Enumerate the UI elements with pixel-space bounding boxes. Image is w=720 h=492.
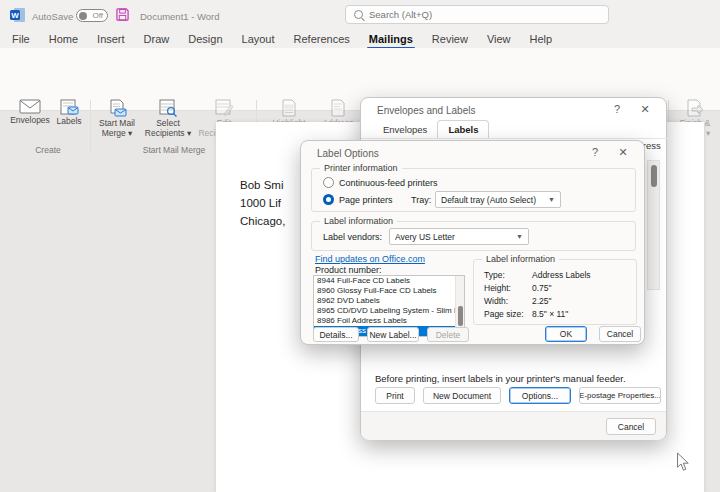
page-size-value: 8.5" × 11" xyxy=(532,309,568,319)
new-document-button[interactable]: New Document xyxy=(423,387,501,404)
autosave-toggle[interactable]: Off xyxy=(76,9,108,22)
tab-file[interactable]: File xyxy=(12,33,30,45)
save-icon[interactable] xyxy=(116,8,129,21)
tab-layout[interactable]: Layout xyxy=(242,33,275,45)
edit-recipient-list-icon xyxy=(214,99,234,117)
type-label: Type: xyxy=(484,270,505,280)
chevron-down-icon: ▼ xyxy=(516,233,523,240)
labels-icon xyxy=(59,99,79,115)
continuous-feed-label: Continuous-feed printers xyxy=(339,178,438,188)
chevron-down-icon: ▼ xyxy=(548,196,555,203)
search-icon xyxy=(354,10,363,19)
lo-close-icon[interactable]: ✕ xyxy=(612,146,634,162)
autosave-state: Off xyxy=(92,11,103,20)
word-window: W AutoSave Off Document1 - Word File Hom… xyxy=(0,0,720,492)
printer-information-legend: Printer information xyxy=(320,163,402,173)
labels-button[interactable]: Labels xyxy=(52,99,86,127)
svg-text:W: W xyxy=(11,11,19,20)
start-mail-merge-label: Start Mail Merge ▾ xyxy=(99,119,135,139)
label-vendors-dropdown[interactable]: Avery US Letter ▼ xyxy=(389,228,529,245)
width-label: Width: xyxy=(484,296,508,306)
word-app-icon: W xyxy=(10,7,26,23)
ribbon-tab-bar: File Home Insert Draw Design Layout Refe… xyxy=(0,30,720,48)
document-title: Document1 - Word xyxy=(140,11,220,22)
mouse-cursor xyxy=(676,452,690,472)
continuous-feed-radio[interactable] xyxy=(323,177,334,188)
width-value: 2.25" xyxy=(532,296,552,306)
find-updates-link[interactable]: Find updates on Office.com xyxy=(315,254,425,264)
label-details-legend: Label information xyxy=(482,254,559,264)
select-recipients-button[interactable]: Select Recipients ▾ xyxy=(142,99,194,139)
el-tab-labels[interactable]: Labels xyxy=(437,120,489,138)
list-item[interactable]: 8962 DVD Labels xyxy=(314,296,464,306)
list-item[interactable]: 8960 Glossy Full-Face CD Labels xyxy=(314,286,464,296)
new-label-button[interactable]: New Label... xyxy=(367,327,419,342)
select-recipients-label: Select Recipients ▾ xyxy=(145,119,191,139)
tray-dropdown[interactable]: Default tray (Auto Select) ▼ xyxy=(435,191,561,208)
lo-help-button[interactable]: ? xyxy=(584,146,606,162)
page-size-label: Page size: xyxy=(484,309,524,319)
lo-cancel-button[interactable]: Cancel xyxy=(599,326,641,342)
delete-button: Delete xyxy=(427,327,469,342)
finish-merge-icon xyxy=(685,99,705,117)
product-number-label: Product number: xyxy=(315,265,382,275)
page-printers-radio[interactable] xyxy=(323,194,334,205)
envelopes-button[interactable]: Envelopes xyxy=(8,99,52,126)
labels-label: Labels xyxy=(56,117,81,127)
details-button[interactable]: Details... xyxy=(313,327,359,342)
list-item[interactable]: 8986 Foil Address Labels xyxy=(314,316,464,326)
envelope-icon xyxy=(19,99,41,114)
tray-label: Tray: xyxy=(411,195,431,205)
ok-button[interactable]: OK xyxy=(545,326,587,342)
el-dialog-title: Envelopes and Labels xyxy=(377,105,475,116)
title-bar: W AutoSave Off Document1 - Word xyxy=(0,0,720,30)
tab-references[interactable]: References xyxy=(294,33,350,45)
toggle-knob xyxy=(79,12,87,20)
label-vendors-label: Label vendors: xyxy=(323,232,382,242)
start-mail-merge-button[interactable]: Start Mail Merge ▾ xyxy=(94,99,140,139)
tab-mailings[interactable]: Mailings xyxy=(369,33,413,45)
search-box[interactable] xyxy=(345,5,609,24)
tab-draw[interactable]: Draw xyxy=(144,33,170,45)
start-mail-merge-icon xyxy=(107,99,127,117)
el-dialog-footer: Cancel xyxy=(361,411,666,440)
autosave-label: AutoSave xyxy=(32,11,73,22)
tray-value: Default tray (Auto Select) xyxy=(441,195,536,205)
el-help-button[interactable]: ? xyxy=(606,103,628,119)
el-scrollbar-thumb[interactable] xyxy=(651,165,657,187)
el-cancel-button[interactable]: Cancel xyxy=(606,418,656,435)
el-footer-note: Before printing, insert labels in your p… xyxy=(375,373,626,384)
highlight-merge-fields-icon xyxy=(280,99,298,117)
tab-design[interactable]: Design xyxy=(188,33,222,45)
tab-help[interactable]: Help xyxy=(530,33,553,45)
options-button[interactable]: Options... xyxy=(509,387,571,404)
document-address-text: Bob Smi 1000 Lif Chicago, xyxy=(240,176,285,230)
epostage-properties-button[interactable]: E-postage Properties... xyxy=(579,387,661,404)
type-value: Address Labels xyxy=(532,270,591,280)
print-button[interactable]: Print xyxy=(375,387,415,404)
tab-view[interactable]: View xyxy=(487,33,511,45)
page-printers-label: Page printers xyxy=(339,195,393,205)
list-item[interactable]: 8965 CD/DVD Labeling System - Slim Line … xyxy=(314,306,464,316)
label-options-dialog: Label Options ? ✕ Printer information Co… xyxy=(300,140,645,345)
product-list-scrollbar-thumb[interactable] xyxy=(458,306,463,326)
el-tabs: Envelopes Labels xyxy=(373,119,489,138)
tab-insert[interactable]: Insert xyxy=(97,33,125,45)
list-item[interactable]: 8944 Full-Face CD Labels xyxy=(314,276,464,286)
el-address-scrollbar[interactable] xyxy=(647,160,660,290)
el-close-icon[interactable]: ✕ xyxy=(634,103,656,119)
product-list-scrollbar[interactable] xyxy=(455,276,464,334)
lo-dialog-title: Label Options xyxy=(317,148,379,159)
label-vendors-value: Avery US Letter xyxy=(395,232,455,242)
envelopes-label: Envelopes xyxy=(10,116,50,126)
height-value: 0.75" xyxy=(532,283,552,293)
label-details-group: Label information Type: Address Labels H… xyxy=(473,259,637,325)
label-information-legend: Label information xyxy=(320,216,397,226)
height-label: Height: xyxy=(484,283,511,293)
el-tab-envelopes[interactable]: Envelopes xyxy=(373,121,437,138)
tab-home[interactable]: Home xyxy=(49,33,78,45)
select-recipients-icon xyxy=(158,99,178,117)
tab-review[interactable]: Review xyxy=(432,33,468,45)
search-input[interactable] xyxy=(369,9,569,20)
group-label-create: Create xyxy=(8,145,88,155)
